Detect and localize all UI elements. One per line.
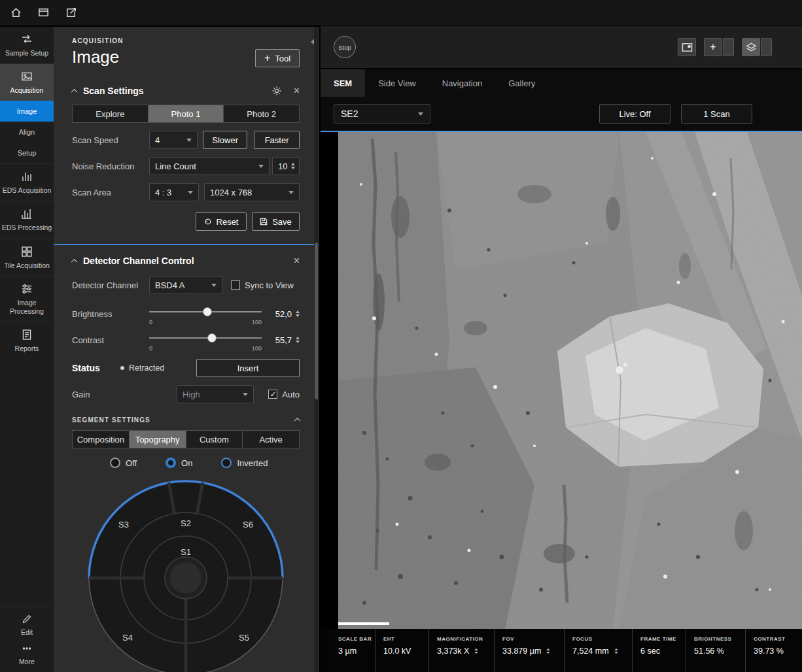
scan-speed-dropdown[interactable]: 4 [149, 131, 198, 149]
spinner-arrows-icon[interactable] [291, 163, 295, 169]
collapse-chevron[interactable] [294, 418, 301, 424]
spinner-arrows-icon[interactable] [296, 337, 300, 343]
tab-active[interactable]: Active [242, 431, 299, 448]
detector-channel-dropdown[interactable]: BSD4 A [149, 276, 222, 294]
status-bar: SCALE BAR 3 µm EHT 10.0 kV MAGNIFICATION… [321, 629, 802, 672]
collapse-chevron[interactable] [71, 258, 78, 265]
sidebar-item-setup[interactable]: Setup [0, 143, 54, 163]
viewer-tab-bar: SEM Side View Navigation Gallery [321, 69, 802, 97]
sidebar-item-edit[interactable]: Edit [0, 607, 54, 643]
sync-to-view-checkbox[interactable]: Sync to View [231, 280, 294, 290]
layers-dropdown-button[interactable] [761, 38, 772, 56]
tab-topography[interactable]: Topography [129, 431, 186, 448]
eds-processing-icon [20, 207, 33, 220]
tab-custom[interactable]: Custom [186, 431, 243, 448]
segment-label-s5[interactable]: S5 [239, 633, 249, 643]
slider-thumb[interactable] [207, 333, 217, 343]
detector-select-dropdown[interactable]: SE2 [334, 104, 430, 124]
detector-channel-label: Detector Channel [72, 280, 149, 290]
noise-count-spinner[interactable]: 10 [272, 157, 300, 175]
window-icon[interactable] [37, 7, 50, 20]
sidebar-item-reports[interactable]: Reports [0, 322, 54, 359]
slider-thumb[interactable] [203, 307, 212, 316]
sidebar-item-acquisition[interactable]: Acquisition [0, 63, 54, 101]
sidebar-item-eds-acquisition[interactable]: EDS Acquisition [0, 163, 54, 201]
tab-navigation[interactable]: Navigation [429, 69, 495, 97]
add-view-dropdown-button[interactable] [723, 38, 734, 56]
segment-tab-bar: Composition Topography Custom Active [72, 430, 300, 448]
spinner-arrows-icon[interactable] [546, 648, 550, 654]
save-button[interactable]: Save [252, 212, 300, 231]
tab-gallery[interactable]: Gallery [495, 69, 548, 97]
layers-button[interactable] [742, 38, 760, 56]
viewer-controls: SE2 Live: Off 1 Scan [321, 97, 802, 131]
tool-button[interactable]: + Tool [255, 49, 300, 67]
spinner-arrows-icon[interactable] [474, 648, 478, 654]
tab-sem[interactable]: SEM [321, 69, 365, 97]
segment-label-s6[interactable]: S6 [243, 520, 253, 529]
brightness-slider[interactable]: 0 100 [149, 303, 262, 324]
segment-label-s1[interactable]: S1 [181, 547, 191, 557]
sidebar-item-eds-processing[interactable]: EDS Processing [0, 201, 54, 238]
insert-button[interactable]: Insert [196, 359, 300, 377]
sidebar-item-more[interactable]: More [0, 643, 54, 672]
section-divider [54, 244, 319, 245]
faster-button[interactable]: Faster [254, 131, 300, 149]
split-view-button[interactable] [678, 38, 696, 56]
aspect-ratio-dropdown[interactable]: 4 : 3 [149, 183, 199, 201]
tab-explore[interactable]: Explore [73, 105, 148, 122]
radio-inverted[interactable]: Inverted [221, 458, 268, 468]
single-scan-button[interactable]: 1 Scan [681, 104, 752, 124]
share-icon[interactable] [64, 7, 77, 20]
radio-off[interactable]: Off [110, 458, 137, 468]
collapse-chevron[interactable] [71, 88, 78, 95]
sidebar-item-image[interactable]: Image [0, 101, 54, 122]
segment-label-s3[interactable]: S3 [118, 520, 129, 529]
scan-tab-bar: Explore Photo 1 Photo 2 [72, 105, 300, 123]
brightness-value[interactable]: 52,0 [275, 309, 300, 319]
radio-icon-selected [166, 458, 176, 468]
tab-photo2[interactable]: Photo 2 [223, 105, 299, 122]
sidebar-item-align[interactable]: Align [0, 122, 54, 143]
segment-label-s4[interactable]: S4 [122, 633, 133, 643]
spinner-arrows-icon[interactable] [296, 311, 300, 317]
stop-button[interactable]: Stop [334, 36, 356, 58]
tab-composition[interactable]: Composition [73, 431, 129, 448]
scan-speed-label: Scan Speed [72, 135, 149, 145]
panel-scrollbar[interactable] [314, 27, 319, 672]
contrast-slider[interactable]: 0 100 [149, 329, 262, 350]
contrast-value[interactable]: 55,7 [275, 335, 300, 345]
tab-photo1[interactable]: Photo 1 [148, 105, 224, 122]
slower-button[interactable]: Slower [203, 131, 247, 149]
noise-reduction-dropdown[interactable]: Line Count [149, 157, 270, 175]
segment-label-s2[interactable]: S2 [181, 518, 191, 528]
live-toggle-button[interactable]: Live: Off [599, 104, 671, 124]
add-view-button[interactable]: + [704, 38, 722, 56]
radio-on[interactable]: On [166, 458, 192, 468]
gain-dropdown[interactable]: High [177, 385, 254, 403]
gear-icon[interactable] [271, 86, 282, 96]
tab-side-view[interactable]: Side View [365, 69, 429, 97]
close-icon[interactable]: × [294, 86, 300, 96]
status-fov: FOV 33.879 µm [494, 629, 564, 672]
close-icon[interactable]: × [294, 256, 300, 266]
spinner-arrows-icon[interactable] [614, 648, 618, 654]
layers-group [742, 38, 772, 56]
topography-mode-radios: Off On Inverted [72, 458, 300, 468]
detector-segment-wheel[interactable]: S3 S2 S6 S1 S4 S5 [72, 479, 300, 672]
top-bar [0, 0, 802, 26]
sidebar-item-tile-acquisition[interactable]: Tile Acquisition [0, 239, 54, 276]
sidebar-item-sample-setup[interactable]: Sample Setup [0, 27, 54, 63]
status-label: Status [72, 363, 120, 373]
sidebar-item-label: Sample Setup [5, 49, 48, 58]
sem-micrograph[interactable] [338, 132, 802, 629]
chevron-down-icon [188, 191, 193, 194]
sidebar-item-image-processing[interactable]: Image Processing [0, 276, 54, 322]
reset-button[interactable]: Reset [196, 212, 247, 231]
chevron-down-icon [418, 112, 423, 116]
resolution-dropdown[interactable]: 1024 x 768 [204, 183, 300, 201]
auto-checkbox[interactable]: ✓ Auto [268, 390, 300, 399]
home-icon[interactable] [9, 7, 22, 20]
scrollbar-thumb[interactable] [315, 243, 318, 399]
save-icon [260, 218, 268, 226]
